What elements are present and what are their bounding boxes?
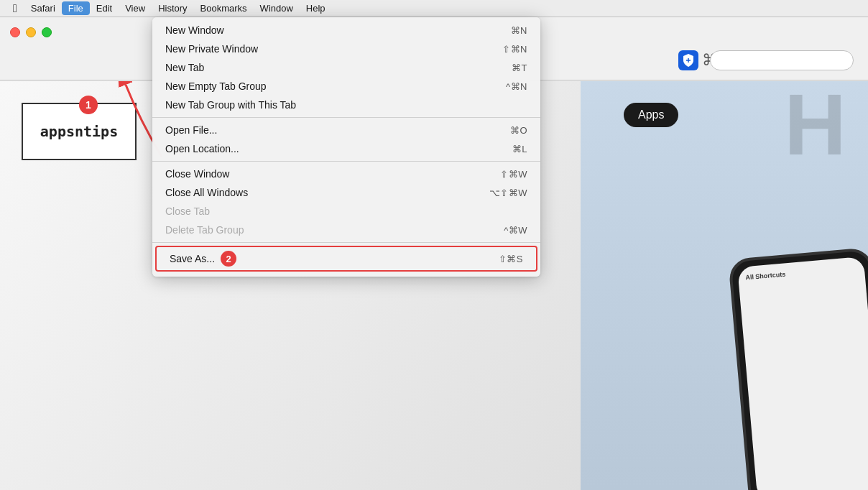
menu-item-new-private-window[interactable]: New Private Window ⇧⌘N [152,40,540,58]
menu-item-delete-tab-group[interactable]: Delete Tab Group ^⌘W [152,221,540,239]
history-menu-item[interactable]: History [152,1,193,15]
separator-2 [152,161,540,162]
menu-item-open-file[interactable]: Open File... ⌘O [152,121,540,139]
menu-item-close-all-windows[interactable]: Close All Windows ⌥⇧⌘W [152,183,540,202]
phone-screen: All Shortcuts [737,256,868,490]
website-right-decoration: Apps H All Shortcuts [581,81,868,490]
search-box[interactable] [710,50,854,70]
menu-item-new-tab-group-with-this-tab[interactable]: New Tab Group with This Tab [152,96,540,114]
menu-item-open-location[interactable]: Open Location... ⌘L [152,139,540,158]
safari-menu-item[interactable]: Safari [24,1,62,15]
phone-mockup: All Shortcuts [728,247,868,490]
menu-bar:  Safari File Edit View History Bookmark… [0,0,868,17]
view-menu-item[interactable]: View [119,1,152,15]
menu-item-close-tab[interactable]: Close Tab [152,202,540,221]
bitwarden-icon[interactable] [678,50,698,70]
menu-item-new-tab[interactable]: New Tab ⌘T [152,58,540,77]
menu-item-new-empty-tab-group[interactable]: New Empty Tab Group ^⌘N [152,77,540,96]
annotation-badge-2: 2 [221,251,236,267]
menu-item-new-window[interactable]: New Window ⌘N [152,21,540,40]
apps-label: Apps [624,103,678,127]
minimize-button[interactable] [26,27,36,37]
h-decoration: H [784,81,846,167]
separator-1 [152,117,540,118]
close-button[interactable] [10,27,20,37]
menu-item-close-window[interactable]: Close Window ⇧⌘W [152,165,540,183]
help-menu-item[interactable]: Help [300,1,332,15]
apple-menu-item[interactable]:  [6,2,24,15]
edit-menu-item[interactable]: Edit [90,1,119,15]
menu-item-save-as[interactable]: Save As... 2 ⇧⌘S [155,246,537,272]
website-logo: appsntips [22,103,137,160]
separator-3 [152,242,540,243]
window-menu-item[interactable]: Window [254,1,300,15]
traffic-lights [10,27,52,37]
annotation-badge-1: 1 [79,96,98,114]
file-menu-item[interactable]: File [62,1,90,15]
bookmarks-menu-item[interactable]: Bookmarks [194,1,254,15]
file-dropdown-menu: New Window ⌘N New Private Window ⇧⌘N New… [152,17,540,277]
maximize-button[interactable] [42,27,52,37]
save-as-left: Save As... 2 [170,251,236,267]
